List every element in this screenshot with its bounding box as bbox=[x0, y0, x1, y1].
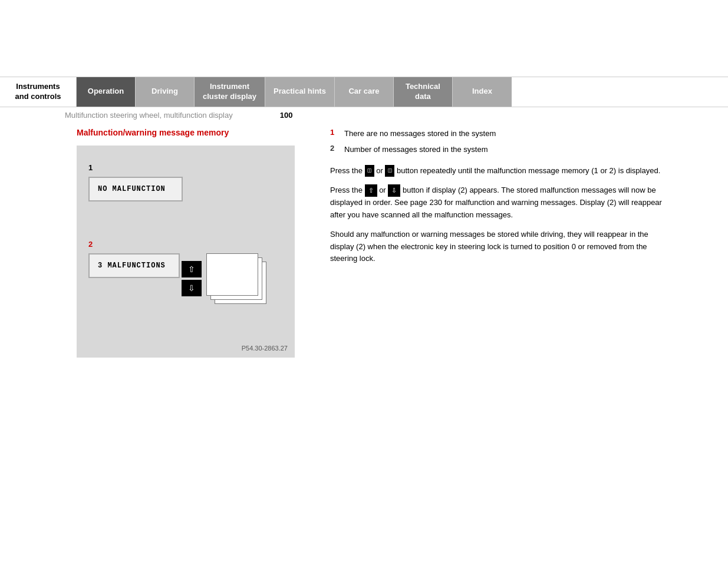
display2-area: 2 3 MALFUNCTIONS bbox=[88, 240, 180, 278]
numbered-list: 1 There are no messages stored in the sy… bbox=[330, 128, 663, 156]
nav-item-car-care[interactable]: Car care bbox=[335, 77, 394, 107]
nav-item-practical-hints[interactable]: Practical hints bbox=[265, 77, 335, 107]
display2-number: 2 bbox=[88, 240, 93, 249]
list-text-1: There are no messages stored in the syst… bbox=[344, 128, 496, 140]
diagram-box: 1 NO MALFUNCTION 2 3 MALFUNCTIONS ⇧ ⇩ bbox=[77, 146, 295, 358]
button-icon-2: ◫ bbox=[385, 165, 394, 177]
left-column: Malfunction/warning message memory 1 NO … bbox=[65, 128, 312, 358]
breadcrumb: Multifunction steering wheel, multifunct… bbox=[65, 111, 233, 120]
display1-area: 1 NO MALFUNCTION bbox=[88, 163, 183, 201]
button-icon-up: ⇧ bbox=[365, 184, 377, 197]
nav-item-instrument-cluster[interactable]: Instrument cluster display bbox=[195, 77, 265, 107]
nav-item-instruments[interactable]: Instruments and controls bbox=[0, 77, 77, 107]
list-num-2: 2 bbox=[330, 144, 338, 153]
up-arrow-button[interactable]: ⇧ bbox=[182, 261, 202, 277]
list-item-2: 2 Number of messages stored in the syste… bbox=[330, 144, 663, 156]
nav-item-operation[interactable]: Operation bbox=[77, 77, 136, 107]
body-paragraph-2: Press the ⇧ or ⇩ button if display (2) a… bbox=[330, 184, 663, 222]
nav-item-technical-data[interactable]: Technical data bbox=[394, 77, 453, 107]
stacked-pages-graphic bbox=[206, 253, 265, 306]
body-paragraph-3: Should any malfunction or warning messag… bbox=[330, 229, 663, 265]
display1-number: 1 bbox=[88, 163, 93, 172]
page-header: Multifunction steering wheel, multifunct… bbox=[0, 107, 728, 123]
nav-item-index[interactable]: Index bbox=[453, 77, 512, 107]
content-area: Malfunction/warning message memory 1 NO … bbox=[0, 128, 728, 358]
down-arrow-button[interactable]: ⇩ bbox=[182, 280, 202, 296]
arrow-buttons-area: ⇧ ⇩ bbox=[182, 261, 202, 296]
body-paragraph-1: Press the ◫ or ◫ button repeatedly until… bbox=[330, 165, 663, 177]
list-item-1: 1 There are no messages stored in the sy… bbox=[330, 128, 663, 140]
navigation-bar: Instruments and controls Operation Drivi… bbox=[0, 77, 728, 107]
button-icon-down: ⇩ bbox=[388, 184, 400, 197]
list-num-1: 1 bbox=[330, 128, 338, 137]
list-text-2: Number of messages stored in the system bbox=[344, 144, 488, 156]
part-reference: P54.30-2863.27 bbox=[242, 345, 288, 352]
display1-lcd: NO MALFUNCTION bbox=[88, 177, 183, 201]
page-number: 100 bbox=[280, 111, 293, 120]
button-icon-1: ◫ bbox=[365, 165, 374, 177]
nav-item-driving[interactable]: Driving bbox=[136, 77, 195, 107]
right-column: 1 There are no messages stored in the sy… bbox=[312, 128, 663, 358]
display2-lcd: 3 MALFUNCTIONS bbox=[88, 253, 180, 278]
section-title: Malfunction/warning message memory bbox=[65, 128, 312, 137]
